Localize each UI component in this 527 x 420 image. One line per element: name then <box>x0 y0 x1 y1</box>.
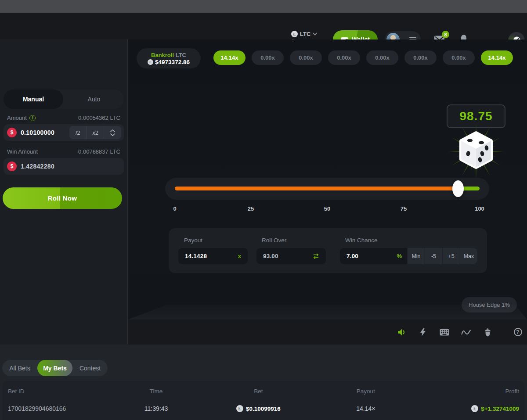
half-amount-button[interactable]: /2 <box>69 126 87 139</box>
game-toolbar: ? <box>128 319 527 345</box>
hotkeys-button[interactable] <box>440 327 449 337</box>
column-profit: Profit <box>417 388 519 395</box>
payout-label: Payout <box>184 237 202 244</box>
bankroll-currency: LTC <box>176 52 186 58</box>
bet-payout-value: 14.14× <box>314 405 417 412</box>
tick-label: 50 <box>324 205 330 212</box>
column-payout: Payout <box>314 388 417 395</box>
tab-auto[interactable]: Auto <box>64 90 124 109</box>
double-amount-button[interactable]: x2 <box>87 126 104 139</box>
dice-icon <box>445 121 507 182</box>
tab-manual[interactable]: Manual <box>4 90 63 109</box>
dollar-icon: $ <box>7 128 17 137</box>
win-chance-input[interactable]: 7.00 % Min -5 +5 Max <box>340 248 477 264</box>
ltc-coin-icon: Ł <box>471 405 478 412</box>
column-bet-id: Bet ID <box>8 388 110 395</box>
seed-button[interactable] <box>483 327 492 337</box>
swap-icon[interactable] <box>313 254 326 259</box>
bets-tabs: All Bets My Bets Contest <box>2 360 108 376</box>
header-bar: Ł LTC $2.58416425 Wallet <box>0 13 527 39</box>
chevron-down-icon <box>313 32 317 36</box>
floor-perspective <box>128 305 527 319</box>
bet-amount-value: $0.10099916 <box>246 406 281 412</box>
tab-contest[interactable]: Contest <box>72 360 108 376</box>
multiplier-chip[interactable]: 0.00x <box>328 50 360 65</box>
bet-sidebar: Manual Auto Amount i 0.00054362 LTC $ 0.… <box>0 39 127 345</box>
stepper-chevrons-icon <box>110 129 115 136</box>
roll-over-value: 93.00 <box>256 253 278 259</box>
minus-5-button[interactable]: -5 <box>425 248 442 264</box>
tab-all-bets[interactable]: All Bets <box>2 360 37 376</box>
min-button[interactable]: Min <box>407 248 425 264</box>
win-amount-field: $ 1.42842280 <box>4 158 124 175</box>
amount-label: Amount <box>7 115 27 121</box>
plus-5-button[interactable]: +5 <box>442 248 460 264</box>
amount-value: 0.10100000 <box>21 129 54 136</box>
slider-track[interactable] <box>175 187 480 190</box>
ltc-coin-icon: Ł <box>148 59 153 65</box>
bet-amount-cell: Ł $0.10099916 <box>202 405 314 412</box>
stats-button[interactable] <box>461 327 471 337</box>
bets-table-header: Bet ID Time Bet Payout Profit <box>8 381 519 395</box>
dollar-icon: $ <box>7 162 17 171</box>
dice-game-app: Ł LTC $2.58416425 Wallet <box>0 0 527 420</box>
multiplier-history: 14.14x 0.00x 0.00x 0.00x 0.00x 0.00x 0.0… <box>213 50 513 65</box>
roll-now-button[interactable]: Roll Now <box>3 187 122 209</box>
amount-stepper[interactable] <box>104 126 121 139</box>
multiplier-chip[interactable]: 0.00x <box>404 50 437 65</box>
tick-label: 0 <box>173 205 176 212</box>
payout-suffix: x <box>238 253 248 259</box>
multiplier-chip[interactable]: 0.00x <box>443 50 475 65</box>
currency-code: LTC <box>300 31 310 37</box>
bankroll-value: $4973372.86 <box>155 59 190 65</box>
info-icon[interactable]: i <box>29 115 36 121</box>
ltc-coin-icon: Ł <box>236 405 243 412</box>
sound-button[interactable] <box>397 327 406 337</box>
bet-time-value: 11:39:43 <box>110 405 202 412</box>
tab-my-bets[interactable]: My Bets <box>37 360 72 376</box>
tick-label: 25 <box>248 205 254 212</box>
win-amount-crypto-value: 0.00768837 LTC <box>78 148 120 155</box>
payout-input[interactable]: 14.1428 x <box>178 248 248 264</box>
tick-label: 75 <box>401 205 407 212</box>
bet-profit-value: $+1.32741009 <box>481 406 519 412</box>
bet-mode-tabs: Manual Auto <box>4 90 124 109</box>
turbo-button[interactable] <box>418 327 428 337</box>
payout-value: 14.1428 <box>178 253 207 259</box>
roll-over-input[interactable]: 93.00 <box>256 248 326 264</box>
win-amount-value: 1.42842280 <box>21 163 54 170</box>
waveform-icon <box>461 329 471 335</box>
roll-over-label: Roll Over <box>262 237 286 244</box>
max-button[interactable]: Max <box>460 248 477 264</box>
keyboard-icon <box>440 329 449 336</box>
amount-input[interactable]: $ 0.10100000 /2 x2 <box>4 124 124 141</box>
amount-crypto-value: 0.00054362 LTC <box>78 115 120 121</box>
slider-ticks: 0 25 50 75 100 <box>165 205 489 212</box>
multiplier-chip[interactable]: 0.00x <box>290 50 322 65</box>
win-chance-value: 7.00 <box>340 253 358 259</box>
bets-table: Bet ID Time Bet Payout Profit 1700182990… <box>3 381 524 420</box>
help-button[interactable]: ? <box>513 327 523 337</box>
lightning-icon <box>420 328 426 336</box>
acorn-icon <box>484 328 491 337</box>
table-row[interactable]: 17001829904680166 11:39:43 Ł $0.10099916… <box>8 405 519 412</box>
bankroll-pill: Bankroll LTC Ł $4973372.86 <box>137 48 201 68</box>
bankroll-label: Bankroll <box>151 52 174 58</box>
multiplier-chip[interactable]: 0.00x <box>252 50 284 65</box>
question-mark-icon: ? <box>514 328 522 336</box>
bets-section: All Bets My Bets Contest Bet ID Time Bet… <box>0 345 527 420</box>
speaker-icon <box>397 328 406 336</box>
window-titlebar <box>0 0 527 13</box>
bet-id-value: 17001829904680166 <box>8 405 110 412</box>
roll-slider[interactable] <box>165 178 489 200</box>
amount-modifiers: /2 x2 <box>69 126 121 139</box>
ltc-coin-icon: Ł <box>291 31 298 37</box>
multiplier-chip[interactable]: 14.14x <box>481 50 513 65</box>
win-chance-label: Win Chance <box>345 237 378 244</box>
win-chance-quick-buttons: Min -5 +5 Max <box>407 248 477 264</box>
multiplier-chip[interactable]: 14.14x <box>213 50 245 65</box>
slider-thumb[interactable] <box>452 180 464 197</box>
multiplier-chip[interactable]: 0.00x <box>366 50 398 65</box>
dice-game-area: Bankroll LTC Ł $4973372.86 14.14x 0.00x … <box>127 39 527 345</box>
messages-badge: 8 <box>442 31 449 38</box>
